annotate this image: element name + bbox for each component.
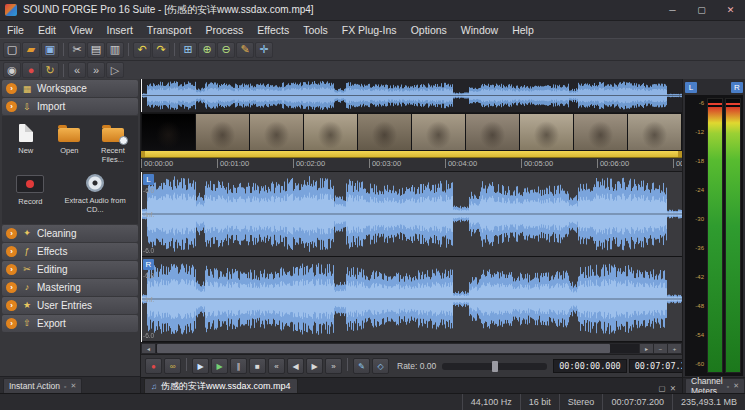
- scroll-right-button[interactable]: ▸: [640, 344, 653, 353]
- record-options-icon[interactable]: ◉: [3, 62, 21, 78]
- zoom-out-icon[interactable]: ⊖: [217, 42, 235, 58]
- go-to-start-button[interactable]: «: [268, 358, 285, 374]
- playhead-cursor[interactable]: [141, 172, 142, 342]
- edit-tool-button[interactable]: ✎: [353, 358, 370, 374]
- stop-button[interactable]: ■: [249, 358, 266, 374]
- sidebar-section-user-entries[interactable]: ›★User Entries: [2, 297, 138, 314]
- menu-options[interactable]: Options: [404, 21, 454, 38]
- menu-transport[interactable]: Transport: [140, 21, 199, 38]
- go-to-start-icon[interactable]: «: [68, 62, 86, 78]
- left-channel-waveform[interactable]: L-6.0-Inf.-6.0: [141, 172, 682, 257]
- pause-button[interactable]: ∥: [230, 358, 247, 374]
- overview-waveform[interactable]: [141, 79, 682, 113]
- menu-view[interactable]: View: [63, 21, 100, 38]
- scrollbar-thumb[interactable]: [157, 344, 610, 353]
- sidebar-section-editing[interactable]: ›✂Editing: [2, 261, 138, 278]
- play-all-button[interactable]: ▶: [192, 358, 209, 374]
- document-tab[interactable]: ♫ 伤感的安详www.ssdax.com.mp4: [144, 378, 298, 393]
- zoom-in-time-button[interactable]: +: [668, 344, 681, 353]
- cursor-position-display[interactable]: 00:00:00.000: [553, 359, 626, 373]
- video-thumbnail[interactable]: [574, 114, 627, 150]
- forward-button[interactable]: ▶: [306, 358, 323, 374]
- minimize-button[interactable]: ─: [658, 0, 687, 20]
- video-thumbnail[interactable]: [142, 114, 195, 150]
- import-recent-button[interactable]: Recent Files...: [91, 121, 135, 165]
- time-ruler[interactable]: 00:00:0000:01:0000:02:0000:03:0000:04:00…: [141, 158, 682, 172]
- go-to-end-icon[interactable]: »: [87, 62, 105, 78]
- selection-tool-icon[interactable]: ✛: [255, 42, 273, 58]
- pin-icon[interactable]: ▫: [727, 383, 729, 390]
- menu-tools[interactable]: Tools: [296, 21, 335, 38]
- menu-window[interactable]: Window: [454, 21, 505, 38]
- import-record-button[interactable]: Record: [4, 170, 57, 206]
- paste-icon[interactable]: ▥: [106, 42, 124, 58]
- loop-icon[interactable]: ↻: [41, 62, 59, 78]
- close-icon[interactable]: ✕: [71, 382, 77, 390]
- close-document-icon[interactable]: ✕: [670, 384, 676, 393]
- redo-icon[interactable]: ↷: [152, 42, 170, 58]
- menu-effects[interactable]: Effects: [250, 21, 296, 38]
- play-button[interactable]: ▶: [211, 358, 228, 374]
- channel-meters-tab[interactable]: Channel Meters ▫ ✕: [685, 378, 745, 393]
- rate-slider-knob[interactable]: [492, 361, 498, 372]
- zoom-in-icon[interactable]: ⊕: [198, 42, 216, 58]
- video-thumbnail[interactable]: [628, 114, 681, 150]
- meter-left-button[interactable]: L: [685, 82, 697, 93]
- video-thumbnail[interactable]: [304, 114, 357, 150]
- meter-right-button[interactable]: R: [731, 82, 743, 93]
- cut-icon[interactable]: ✂: [68, 42, 86, 58]
- right-channel-button[interactable]: R: [143, 259, 154, 270]
- rewind-button[interactable]: ◀: [287, 358, 304, 374]
- sidebar-section-export[interactable]: ›⇧Export: [2, 315, 138, 332]
- video-thumbnail[interactable]: [250, 114, 303, 150]
- right-channel-canvas[interactable]: [141, 257, 682, 341]
- menu-help[interactable]: Help: [505, 21, 541, 38]
- draw-tool-icon[interactable]: ✎: [236, 42, 254, 58]
- scroll-left-button[interactable]: ◂: [142, 344, 155, 353]
- close-icon[interactable]: ✕: [733, 382, 739, 390]
- left-channel-canvas[interactable]: [141, 172, 682, 256]
- maximize-button[interactable]: ▢: [687, 0, 716, 20]
- import-new-button[interactable]: New: [4, 121, 48, 155]
- new-file-icon[interactable]: ▢: [3, 42, 21, 58]
- rate-slider[interactable]: [442, 363, 547, 370]
- menu-fx-plug-ins[interactable]: FX Plug-Ins: [335, 21, 404, 38]
- right-channel-waveform[interactable]: R-6.0-Inf.-6.0: [141, 257, 682, 342]
- overview-waveform-canvas[interactable]: [141, 79, 682, 112]
- video-thumbnail[interactable]: [196, 114, 249, 150]
- snap-icon[interactable]: ⊞: [179, 42, 197, 58]
- restore-document-icon[interactable]: ▢: [659, 384, 666, 393]
- video-thumbnail[interactable]: [466, 114, 519, 150]
- close-button[interactable]: ✕: [716, 0, 745, 20]
- loop-region-bar[interactable]: [141, 151, 682, 158]
- sidebar-section-effects[interactable]: ›ƒEffects: [2, 243, 138, 260]
- menu-edit[interactable]: Edit: [31, 21, 63, 38]
- preview-icon[interactable]: ▷: [106, 62, 124, 78]
- zoom-out-time-button[interactable]: −: [654, 344, 667, 353]
- menu-process[interactable]: Process: [198, 21, 250, 38]
- video-thumbnail[interactable]: [358, 114, 411, 150]
- import-open-button[interactable]: Open: [48, 121, 92, 155]
- sidebar-section-cleaning[interactable]: ›✦Cleaning: [2, 225, 138, 242]
- video-thumbnail[interactable]: [412, 114, 465, 150]
- left-channel-button[interactable]: L: [143, 174, 154, 185]
- sidebar-section-workspace[interactable]: ›▦Workspace: [2, 80, 138, 97]
- sidebar-section-import[interactable]: ›⇩Import: [2, 98, 138, 115]
- envelope-tool-button[interactable]: ◇: [372, 358, 389, 374]
- undo-icon[interactable]: ↶: [133, 42, 151, 58]
- copy-icon[interactable]: ▤: [87, 42, 105, 58]
- video-thumbnail[interactable]: [520, 114, 573, 150]
- menu-insert[interactable]: Insert: [100, 21, 140, 38]
- open-folder-icon[interactable]: ▰: [22, 42, 40, 58]
- sidebar-section-mastering[interactable]: ›♪Mastering: [2, 279, 138, 296]
- record-button[interactable]: ●: [145, 358, 162, 374]
- scrollbar-track[interactable]: [156, 344, 639, 353]
- pin-icon[interactable]: ▫: [64, 383, 66, 390]
- instant-action-tab[interactable]: Instant Action ▫ ✕: [3, 378, 82, 393]
- loop-playback-button[interactable]: ∞: [164, 358, 181, 374]
- save-icon[interactable]: ▣: [41, 42, 59, 58]
- go-to-end-button[interactable]: »: [325, 358, 342, 374]
- import-extract-cd-button[interactable]: Extract Audio from CD...: [57, 170, 134, 215]
- menu-file[interactable]: File: [0, 21, 31, 38]
- record-icon[interactable]: ●: [22, 62, 40, 78]
